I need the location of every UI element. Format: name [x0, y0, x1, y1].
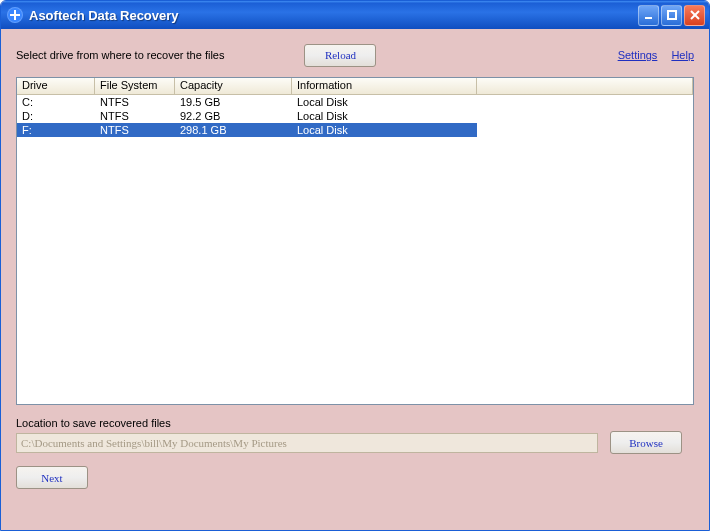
- close-button[interactable]: [684, 5, 705, 26]
- column-header-spacer: [477, 78, 693, 94]
- browse-button[interactable]: Browse: [610, 431, 682, 454]
- listview-header: Drive File System Capacity Information: [17, 78, 693, 95]
- listview-body: C:NTFS19.5 GBLocal DiskD:NTFS92.2 GBLoca…: [17, 95, 693, 404]
- cell-capacity: 19.5 GB: [175, 95, 292, 109]
- cell-capacity: 298.1 GB: [175, 123, 292, 137]
- client-area: Select drive from where to recover the f…: [4, 29, 706, 527]
- table-row[interactable]: D:NTFS92.2 GBLocal Disk: [17, 109, 693, 123]
- settings-link[interactable]: Settings: [618, 49, 658, 61]
- location-label: Location to save recovered files: [16, 417, 694, 429]
- titlebar: Asoftech Data Recovery: [1, 1, 709, 29]
- column-header-drive[interactable]: Drive: [17, 78, 95, 94]
- svg-rect-1: [668, 11, 676, 19]
- cell-filesystem: NTFS: [95, 95, 175, 109]
- cell-filesystem: NTFS: [95, 109, 175, 123]
- top-row: Select drive from where to recover the f…: [16, 39, 694, 71]
- cell-drive: C:: [17, 95, 95, 109]
- app-window: Asoftech Data Recovery Select drive from…: [0, 0, 710, 531]
- cell-information: Local Disk: [292, 109, 477, 123]
- table-row[interactable]: C:NTFS19.5 GBLocal Disk: [17, 95, 693, 109]
- cell-drive: D:: [17, 109, 95, 123]
- drive-listview[interactable]: Drive File System Capacity Information C…: [16, 77, 694, 405]
- maximize-button[interactable]: [661, 5, 682, 26]
- column-header-information[interactable]: Information: [292, 78, 477, 94]
- table-row[interactable]: F:NTFS298.1 GBLocal Disk: [17, 123, 693, 137]
- minimize-button[interactable]: [638, 5, 659, 26]
- instruction-text: Select drive from where to recover the f…: [16, 49, 224, 61]
- reload-button[interactable]: Reload: [304, 44, 376, 67]
- next-button[interactable]: Next: [16, 466, 88, 489]
- cell-drive: F:: [17, 123, 95, 137]
- column-header-capacity[interactable]: Capacity: [175, 78, 292, 94]
- cell-capacity: 92.2 GB: [175, 109, 292, 123]
- app-icon: [7, 7, 23, 23]
- cell-information: Local Disk: [292, 95, 477, 109]
- location-input[interactable]: [16, 433, 598, 453]
- cell-filesystem: NTFS: [95, 123, 175, 137]
- help-link[interactable]: Help: [671, 49, 694, 61]
- cell-information: Local Disk: [292, 123, 477, 137]
- column-header-filesystem[interactable]: File System: [95, 78, 175, 94]
- window-title: Asoftech Data Recovery: [29, 8, 179, 23]
